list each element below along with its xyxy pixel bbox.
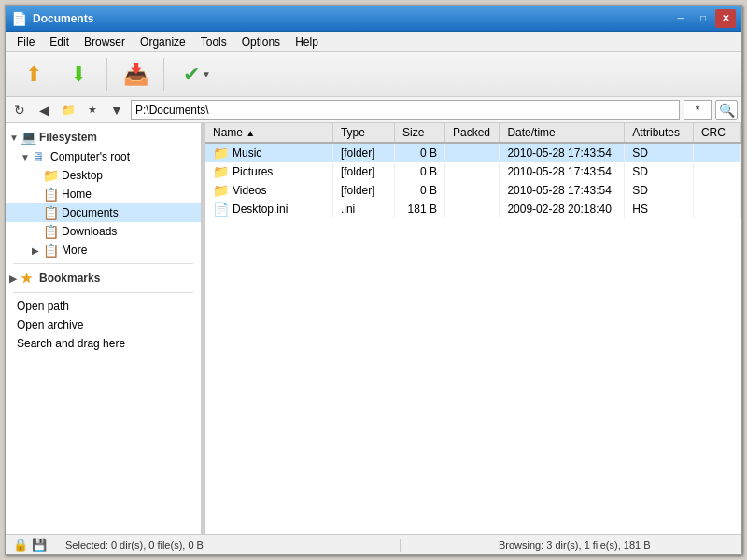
path-input[interactable] — [131, 100, 680, 120]
toolbar-copy-button[interactable]: 📥 — [115, 56, 156, 93]
menu-help[interactable]: Help — [288, 34, 326, 50]
menu-options[interactable]: Options — [234, 34, 288, 50]
search-button[interactable]: 🔍 — [715, 100, 738, 120]
lock-icon: 🔒 — [13, 538, 28, 552]
toolbar-confirm-button[interactable]: ✔ ▼ — [172, 56, 222, 93]
cell-name: 📄 Desktop.ini — [205, 200, 332, 218]
table-row[interactable]: 📁 Pictures [folder] 0 B 2010-05-28 17:43… — [205, 162, 741, 181]
cell-crc — [693, 143, 740, 162]
dropdown-arrow-icon: ▼ — [202, 69, 211, 79]
tree-downloads[interactable]: 📋 Downloads — [6, 222, 201, 241]
bookmarks-header[interactable]: ▶ ★ Bookmarks — [6, 268, 201, 288]
menu-organize[interactable]: Organize — [133, 34, 193, 50]
col-header-type[interactable]: Type — [332, 123, 394, 143]
upload-icon: ⬆ — [25, 63, 42, 87]
cell-packed — [444, 143, 499, 162]
file-icon: 📄 — [213, 202, 229, 217]
addressbar: ↻ ◀ 📁 ★ ▼ 🔍 — [6, 97, 741, 123]
history-button[interactable]: ▼ — [106, 100, 127, 120]
col-header-datetime[interactable]: Date/time — [500, 123, 625, 143]
cell-type: [folder] — [332, 181, 394, 200]
bookmarks-icon: ★ — [21, 271, 35, 286]
bookmarks-label: Bookmarks — [39, 272, 100, 285]
sidebar-divider-2 — [13, 292, 193, 293]
toolbar-separator-2 — [163, 58, 164, 91]
back-button[interactable]: ◀ — [34, 100, 54, 120]
more-icon: 📋 — [43, 243, 58, 258]
tree-documents[interactable]: 📋 Documents — [6, 203, 201, 222]
cell-type: [folder] — [332, 143, 394, 162]
up-button[interactable]: 📁 — [58, 100, 78, 120]
window-title: Documents — [33, 12, 93, 25]
tree-computers-root[interactable]: ▼ 🖥 Computer's root — [6, 147, 201, 166]
tree-more[interactable]: ▶ 📋 More — [6, 241, 201, 259]
app-icon: 📄 — [11, 11, 27, 26]
filesystem-header[interactable]: ▼ 💻 Filesystem — [6, 127, 201, 147]
cell-datetime: 2009-02-28 20:18:40 — [500, 200, 625, 218]
refresh-button[interactable]: ↻ — [9, 100, 30, 120]
cell-size: 0 B — [395, 162, 445, 181]
file-icon-name: 📁 Pictures — [213, 164, 273, 179]
table-row[interactable]: 📁 Music [folder] 0 B 2010-05-28 17:43:54… — [205, 143, 741, 162]
cell-packed — [444, 181, 499, 200]
menu-tools[interactable]: Tools — [193, 34, 234, 50]
cell-datetime: 2010-05-28 17:43:54 — [500, 143, 625, 162]
file-table-header: Name ▲ Type Size Packed Date/time Attrib… — [205, 123, 741, 143]
filesystem-arrow: ▼ — [9, 133, 21, 143]
cell-size: 181 B — [395, 200, 445, 218]
menu-edit[interactable]: Edit — [42, 34, 77, 50]
documents-icon: 📋 — [43, 205, 58, 220]
computers-root-icon: 🖥 — [32, 149, 47, 164]
maximize-button[interactable]: □ — [693, 9, 713, 28]
minimize-button[interactable]: ─ — [670, 9, 691, 28]
file-table: Name ▲ Type Size Packed Date/time Attrib… — [205, 123, 741, 218]
tree-home[interactable]: 📋 Home — [6, 185, 201, 203]
cell-type: [folder] — [332, 162, 394, 181]
action-open-path[interactable]: Open path — [6, 297, 201, 315]
cell-datetime: 2010-05-28 17:43:54 — [500, 162, 625, 181]
cell-size: 0 B — [395, 181, 445, 200]
cell-packed — [444, 162, 499, 181]
cell-datetime: 2010-05-28 17:43:54 — [500, 181, 625, 200]
toolbar: ⬆ ⬇ 📥 ✔ ▼ — [6, 52, 741, 97]
download-icon: ⬇ — [70, 63, 87, 87]
col-header-packed[interactable]: Packed — [444, 123, 499, 143]
statusbar: 🔒 💾 Selected: 0 dir(s), 0 file(s), 0 B B… — [6, 534, 741, 554]
table-row[interactable]: 📁 Videos [folder] 0 B 2010-05-28 17:43:5… — [205, 181, 741, 200]
menu-file[interactable]: File — [9, 34, 42, 50]
sidebar-divider-1 — [13, 263, 193, 264]
close-button[interactable]: ✕ — [715, 9, 736, 28]
col-header-size[interactable]: Size — [395, 123, 445, 143]
computers-root-label: Computer's root — [50, 150, 130, 163]
file-table-body: 📁 Music [folder] 0 B 2010-05-28 17:43:54… — [205, 143, 741, 218]
file-icon-name: 📁 Music — [213, 146, 261, 161]
desktop-icon: 📁 — [43, 168, 58, 183]
menu-browser[interactable]: Browser — [77, 34, 133, 50]
action-open-archive[interactable]: Open archive — [6, 315, 201, 334]
table-row[interactable]: 📄 Desktop.ini .ini 181 B 2009-02-28 20:1… — [205, 200, 741, 218]
col-header-crc[interactable]: CRC — [693, 123, 740, 143]
cell-size: 0 B — [395, 143, 445, 162]
toolbar-download-button[interactable]: ⬇ — [58, 56, 99, 93]
action-search-drag[interactable]: Search and drag here — [6, 334, 201, 353]
browsing-status: Browsing: 3 dir(s), 1 file(s), 181 B — [416, 539, 735, 551]
drive-icon: 💾 — [32, 538, 47, 552]
wildcard-input[interactable] — [684, 100, 712, 120]
col-header-attributes[interactable]: Attributes — [625, 123, 694, 143]
filesystem-label: Filesystem — [39, 131, 97, 144]
downloads-icon: 📋 — [43, 224, 58, 239]
cell-crc — [693, 200, 740, 218]
tree-desktop[interactable]: 📁 Desktop — [6, 166, 201, 185]
toolbar-upload-button[interactable]: ⬆ — [13, 56, 54, 93]
computers-root-arrow: ▼ — [21, 152, 32, 162]
titlebar-left: 📄 Documents — [11, 11, 93, 26]
toolbar-separator-1 — [106, 58, 107, 91]
more-label: More — [62, 244, 87, 257]
bookmark-button[interactable]: ★ — [82, 100, 103, 120]
bookmarks-arrow: ▶ — [9, 273, 21, 284]
col-header-name[interactable]: Name ▲ — [205, 123, 332, 143]
cell-crc — [693, 162, 740, 181]
downloads-label: Downloads — [62, 225, 117, 238]
home-icon: 📋 — [43, 187, 58, 202]
filesystem-icon: 💻 — [21, 130, 35, 145]
